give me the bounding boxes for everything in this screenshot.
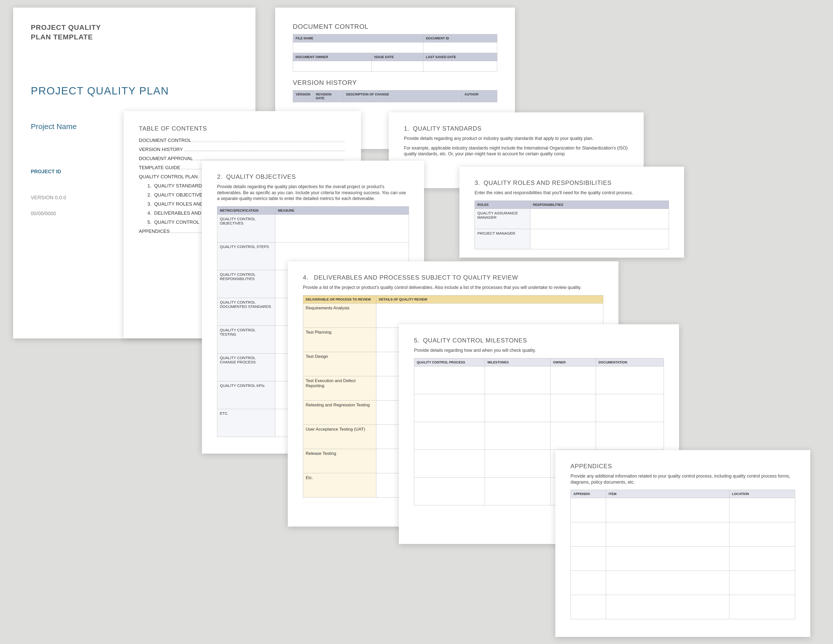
toc-label: TEMPLATE GUIDE [139, 165, 180, 171]
mile-cell [414, 366, 485, 394]
mile-cell [550, 366, 596, 394]
mile-cell [485, 477, 550, 505]
metric-cell: QUALITY CONTROL CHANGE PROCESS [217, 353, 275, 381]
standards-paragraph-2: For example, applicable industry standar… [404, 145, 629, 157]
toc-label: QUALITY ROLES AND [154, 201, 203, 206]
milestones-intro: Provide details regarding how and when y… [414, 348, 664, 354]
measure-cell [275, 214, 409, 242]
cell-document-id [423, 42, 497, 53]
apx-cell [730, 522, 795, 546]
section-name: DELIVERABLES AND PROCESSES SUBJECT TO QU… [314, 274, 518, 281]
toc-item: DOCUMENT CONTROL [139, 138, 346, 143]
cell-issue [371, 61, 423, 72]
th-document-id: DOCUMENT ID [423, 34, 497, 42]
standards-paragraph-1: Provide details regarding any product or… [404, 135, 629, 142]
detail-cell [376, 303, 603, 328]
apx-cell [606, 522, 730, 546]
toc-label: DOCUMENT APPROVAL [139, 156, 193, 161]
toc-label: DELIVERABLES AND [154, 210, 201, 216]
roles-table: ROLES RESPONSIBILITIES QUALITY ASSURANCE… [474, 201, 669, 249]
th-qc-process: QUALITY CONTROL PROCESS [414, 358, 485, 366]
mile-cell [414, 477, 485, 505]
deliverable-cell: Requirements Analysis [303, 303, 376, 328]
toc-label: QUALITY CONTROL [154, 219, 199, 225]
mile-cell [414, 449, 485, 477]
section-name: QUALITY STANDARDS [413, 125, 482, 132]
section-title-standards: 1. QUALITY STANDARDS [404, 125, 629, 132]
apx-cell [571, 498, 606, 522]
th-metric: METRIC/SPECIFICATION [217, 206, 275, 214]
toc-label: DOCUMENT CONTROL [139, 138, 191, 143]
deliverable-cell: Release Testing [303, 449, 376, 473]
apx-cell [606, 595, 730, 619]
metric-cell: QUALITY CONTROL DOCUMENTED STANDARDS [217, 298, 275, 325]
deliverable-cell: Test Execution and Defect Reporting [303, 376, 376, 400]
apx-cell [730, 546, 795, 571]
th-item: ITEM [606, 490, 730, 498]
appendices-intro: Provide any additional information relat… [571, 473, 795, 485]
apx-cell [571, 595, 606, 619]
deliverable-cell: Etc. [303, 473, 376, 497]
metric-cell: QUALITY CONTROL KPIs [217, 381, 275, 409]
th-file-name: FILE NAME [293, 34, 423, 42]
toc-heading: TABLE OF CONTENTS [139, 125, 346, 132]
toc-label: QUALITY CONTROL PLAN [139, 174, 198, 180]
toc-label: VERSION HISTORY [139, 147, 183, 152]
th-milestones: MILESTONES [485, 358, 550, 366]
th-issue-date: ISSUE DATE [371, 53, 423, 61]
th-revision-date: REVISION DATE [313, 90, 344, 102]
page-quality-roles: 3. QUALITY ROLES AND RESPONSIBILITIES En… [460, 167, 684, 258]
cell-saved [423, 61, 497, 72]
apx-cell [571, 546, 606, 571]
objectives-intro: Provide details regarding the quality pl… [217, 184, 409, 202]
apx-cell [606, 546, 730, 571]
deliverables-intro: Provide a list of the project or product… [303, 285, 603, 291]
cell-file-name [293, 42, 423, 53]
role-cell: PROJECT MANAGER [475, 229, 530, 249]
toc-num: 4. [148, 210, 151, 216]
mile-cell [596, 366, 664, 394]
section-name: QUALITY CONTROL MILESTONES [423, 337, 527, 344]
section-name: QUALITY OBJECTIVES [226, 173, 296, 180]
th-location: LOCATION [730, 490, 795, 498]
apx-cell [606, 498, 730, 522]
page-appendices: APPENDICES Provide any additional inform… [555, 450, 810, 637]
th-review-details: DETAILS OF QUALITY REVIEW [376, 295, 603, 303]
deliverable-cell: Test Design [303, 352, 376, 376]
resp-cell [530, 229, 669, 249]
toc-dots [194, 160, 345, 160]
mile-cell [485, 422, 550, 449]
section-number: 3. [474, 179, 480, 186]
cell-owner [293, 61, 372, 72]
metric-cell: QUALITY CONTROL STEPS [217, 242, 275, 270]
th-measure: MEASURE [275, 206, 409, 214]
section-title-roles: 3. QUALITY ROLES AND RESPONSIBILITIES [474, 179, 669, 187]
metric-cell: ETC. [217, 409, 275, 437]
toc-label: QUALITY OBJECTIVE [154, 192, 203, 198]
apx-cell [730, 571, 795, 595]
toc-label: QUALITY STANDARD [154, 183, 202, 188]
section-name: QUALITY ROLES AND RESPONSIBILITIES [484, 179, 612, 186]
th-version: VERSION [293, 90, 313, 102]
th-author: AUTHOR [462, 90, 497, 102]
document-title: PROJECT QUALITY PLAN [31, 85, 238, 97]
th-document-owner: DOCUMENT OWNER [293, 53, 372, 61]
th-roles: ROLES [475, 201, 530, 209]
mile-cell [550, 422, 596, 449]
toc-num: 1. [148, 183, 151, 188]
section-title-deliverables: 4. DELIVERABLES AND PROCESSES SUBJECT TO… [303, 274, 603, 281]
appendices-table: APPENDIX ITEM LOCATION [571, 490, 795, 619]
deliverable-cell: Retesting and Regression Testing [303, 400, 376, 425]
apx-cell [730, 595, 795, 619]
template-title-line1: PROJECT QUALITY [31, 23, 238, 32]
section-number: 2. [217, 173, 223, 180]
th-documentation: DOCUMENTATION [596, 358, 664, 366]
toc-label: APPENDICES [139, 229, 170, 234]
mile-cell [485, 366, 550, 394]
template-title: PROJECT QUALITY PLAN TEMPLATE [31, 23, 238, 42]
section-number: 5. [414, 337, 420, 344]
deliverable-cell: Test Planning [303, 328, 376, 352]
section-heading-document-control: DOCUMENT CONTROL [293, 23, 497, 31]
mile-cell [485, 394, 550, 422]
resp-cell [530, 209, 669, 229]
